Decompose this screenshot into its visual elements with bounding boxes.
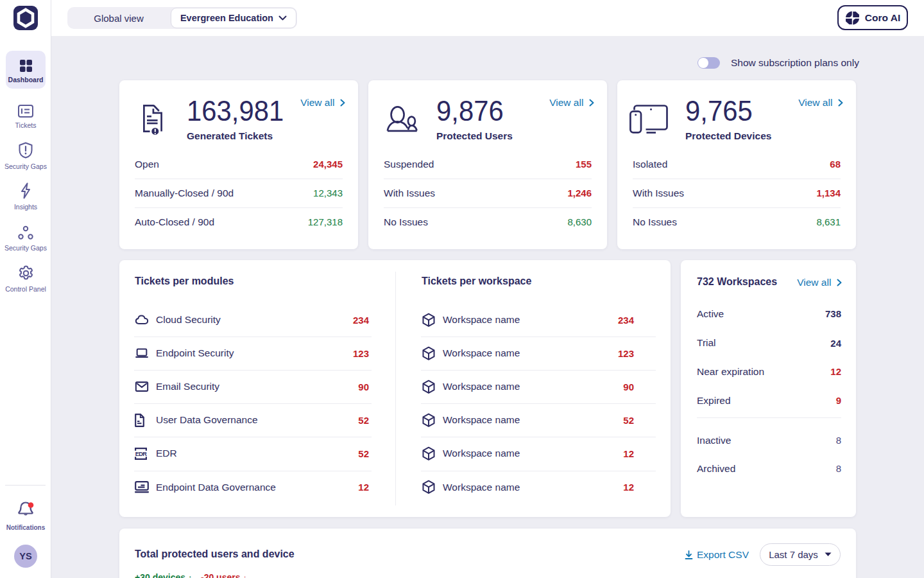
svg-text:EDR: EDR (135, 451, 147, 457)
